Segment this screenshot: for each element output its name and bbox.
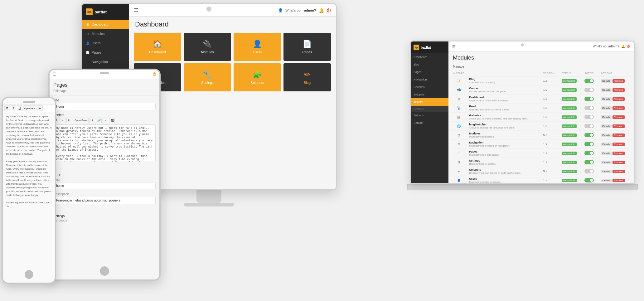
remove-btn[interactable]: Remove	[613, 79, 625, 83]
remove-btn[interactable]: Remove	[613, 134, 625, 137]
tb-size[interactable]: A	[90, 118, 95, 123]
toggle-switch[interactable]	[584, 115, 594, 119]
ms-navigation[interactable]: Navigation	[411, 76, 448, 83]
modules-table-container: Module Version Status Active Actions 📝	[448, 70, 634, 183]
toggle-switch[interactable]	[584, 142, 594, 146]
hamburger-icon[interactable]: ☰	[134, 7, 138, 13]
modules-power-icon[interactable]: ⏻	[627, 45, 630, 48]
modules-notif-icon[interactable]: 🔔	[621, 45, 625, 48]
dash-card-settings[interactable]: 🔧 Settings	[184, 63, 231, 91]
ms-blog[interactable]: Blog	[411, 61, 448, 68]
dash-card-pages[interactable]: 📄 Pages	[283, 33, 331, 61]
modules-logo-icon: 🦇	[414, 45, 419, 50]
phone-tb-font[interactable]: Open Sans	[23, 105, 36, 111]
modules-sidebar: 🦇 batflat Dashboard Blog Pages Navigatio…	[411, 41, 448, 183]
desc-input[interactable]	[53, 197, 156, 204]
topbar: ☰ 👤 What's up, admin? 🔔 ⏻	[129, 4, 336, 17]
dash-card-blog[interactable]: ✏ Blog	[283, 63, 331, 91]
sidebar-label-dashboard: Dashboard	[92, 22, 109, 26]
tb-font[interactable]: Open Sans	[73, 118, 89, 123]
sidebar-item-pages[interactable]: 📄 Pages	[82, 48, 129, 57]
remove-btn[interactable]: Remove	[613, 97, 625, 101]
slug-input[interactable]	[53, 182, 156, 189]
toggle-switch[interactable]	[584, 97, 594, 101]
details-btn[interactable]: Details	[601, 79, 612, 83]
ms-snippets[interactable]: Snippets	[411, 91, 448, 98]
remove-btn[interactable]: Remove	[613, 179, 625, 182]
details-btn[interactable]: Details	[601, 124, 612, 128]
remove-btn[interactable]: Remove	[613, 88, 625, 92]
modules-title: Modules	[448, 51, 634, 64]
phone-tb-a[interactable]: A	[37, 105, 43, 111]
row-icon: 🖼	[451, 113, 467, 122]
phone-tb-underline[interactable]: U	[17, 105, 22, 111]
ms-dashboard[interactable]: Dashboard	[411, 53, 448, 61]
toggle-switch[interactable]	[584, 160, 594, 164]
sidebar-item-navigation[interactable]: ☰ Navigation	[82, 57, 129, 66]
toggle-switch[interactable]	[584, 88, 594, 92]
details-btn[interactable]: Details	[601, 106, 612, 110]
tb-italic[interactable]: I	[60, 118, 65, 123]
ms-galleries[interactable]: Galleries	[411, 83, 448, 91]
table-row: 👤 Users Management user accounts. 1.x co…	[451, 176, 631, 183]
power-btn[interactable]: ⏻	[327, 8, 331, 13]
modules-hamburger[interactable]: ☰	[452, 45, 455, 48]
row-status: compatible	[559, 131, 582, 140]
details-btn[interactable]: Details	[601, 179, 612, 182]
details-btn[interactable]: Details	[601, 152, 612, 155]
remove-btn[interactable]: Remove	[613, 143, 625, 146]
col-empty	[467, 70, 540, 76]
pages-subtitle: Edit page	[50, 89, 159, 95]
sidebar-item-users[interactable]: 👤 Users	[82, 38, 129, 48]
details-btn[interactable]: Details	[601, 134, 612, 137]
card-label-pages: Pages	[302, 50, 312, 54]
content-textarea[interactable]: My name is Merely Ducard but I speak for…	[53, 124, 156, 162]
tb-link[interactable]: 🔗	[96, 118, 102, 123]
toggle-switch[interactable]	[584, 106, 594, 110]
details-btn[interactable]: Details	[601, 170, 612, 173]
ms-pages[interactable]: Pages	[411, 68, 448, 76]
remove-btn[interactable]: Remove	[613, 170, 625, 173]
pages-power-icon[interactable]: ⏻	[153, 72, 156, 76]
remove-btn[interactable]: Remove	[613, 106, 625, 110]
details-btn[interactable]: Details	[601, 97, 612, 101]
row-status: compatible	[559, 95, 582, 104]
sidebar-item-dashboard[interactable]: ⊞ Dashboard	[82, 20, 129, 29]
remove-btn[interactable]: Remove	[613, 161, 625, 164]
tb-underline[interactable]: U	[66, 118, 72, 123]
ms-settings[interactable]: Settings	[411, 112, 448, 119]
details-btn[interactable]: Details	[601, 161, 612, 164]
notification-btn[interactable]: 🔔	[319, 8, 324, 13]
toggle-switch[interactable]	[584, 178, 594, 182]
tablet-button-bottom	[100, 266, 109, 276]
remove-btn[interactable]: Remove	[613, 124, 625, 128]
dash-card-dashboard[interactable]: 🏠 Dashboard	[134, 33, 181, 61]
phone-tb-italic[interactable]: I	[11, 105, 16, 111]
card-label-dashboard: Dashboard	[149, 50, 166, 54]
toggle-switch[interactable]	[584, 79, 594, 83]
pages-hamburger[interactable]: ☰	[53, 72, 56, 76]
details-btn[interactable]: Details	[601, 88, 612, 92]
details-btn[interactable]: Details	[601, 115, 612, 119]
toggle-switch[interactable]	[584, 133, 594, 137]
ms-ebatflat[interactable]: ●Batflat	[411, 98, 448, 106]
dash-card-snippets[interactable]: 🧩 Snippets	[234, 63, 281, 91]
details-btn[interactable]: Details	[601, 143, 612, 146]
tablet: ☰ ⏻ Pages Edit page Title Content B I U …	[48, 69, 161, 281]
toggle-switch[interactable]	[584, 124, 594, 128]
row-icon: 📄	[451, 149, 467, 158]
dash-card-modules[interactable]: 🔌 Modules	[184, 33, 231, 61]
phone-tb-bold[interactable]: B	[4, 105, 10, 111]
tb-image[interactable]: 🖼	[109, 118, 115, 123]
toggle-switch[interactable]	[584, 151, 594, 155]
title-input[interactable]	[53, 103, 156, 110]
tb-list[interactable]: ≡	[103, 118, 108, 123]
row-info: Blog Create entries in a blog.	[467, 76, 540, 85]
sidebar-item-modules[interactable]: ⊡ Modules	[82, 29, 129, 38]
toggle-switch[interactable]	[584, 169, 594, 173]
ms-navigation-label: Navigation	[414, 78, 427, 81]
remove-btn[interactable]: Remove	[613, 115, 625, 119]
ms-contact[interactable]: Contact	[411, 119, 448, 127]
dash-card-users[interactable]: 👤 Users	[234, 33, 281, 61]
remove-btn[interactable]: Remove	[613, 152, 625, 155]
